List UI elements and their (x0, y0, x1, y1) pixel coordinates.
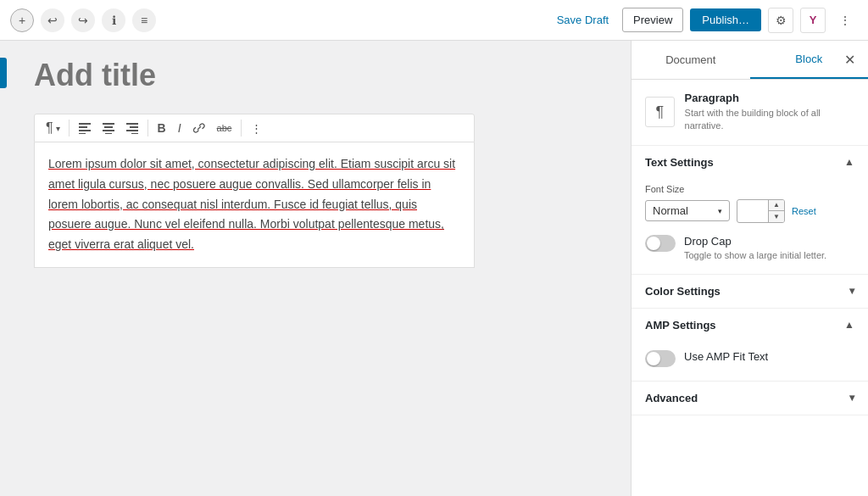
text-settings-content: Font Size Normal ▾ ▲ ▼ Reset (632, 179, 868, 274)
link-button[interactable] (188, 119, 210, 137)
font-size-dropdown-icon: ▾ (718, 207, 722, 215)
text-settings-chevron-up: ▲ (844, 156, 854, 168)
font-size-up[interactable]: ▲ (769, 200, 784, 211)
post-title-input[interactable] (34, 58, 597, 93)
toolbar-separator-1 (69, 120, 70, 137)
top-bar-left: + ↩ ↪ ℹ ≡ (10, 8, 550, 32)
advanced-section: Advanced ▾ (632, 382, 868, 415)
font-size-value: Normal (653, 204, 688, 217)
add-button[interactable]: + (10, 8, 34, 32)
align-left-button[interactable] (74, 119, 96, 137)
bold-button[interactable]: B (153, 118, 171, 138)
font-size-input[interactable] (737, 201, 768, 220)
settings-button[interactable]: ⚙ (768, 8, 793, 33)
redo-button[interactable]: ↪ (71, 8, 95, 32)
font-size-select[interactable]: Normal ▾ (645, 200, 730, 221)
strikethrough-button[interactable]: abc (212, 120, 237, 137)
color-settings-chevron: ▾ (849, 285, 854, 297)
text-settings-section: Text Settings ▲ Font Size Normal ▾ ▲ ▼ (632, 146, 868, 275)
svg-rect-7 (105, 133, 112, 134)
top-bar: + ↩ ↪ ℹ ≡ Save Draft Preview Publish… ⚙ … (0, 0, 868, 41)
amp-settings-content: Use AMP Fit Text (632, 342, 868, 381)
drop-cap-description: Toggle to show a large initial letter. (684, 250, 826, 260)
drop-cap-toggle[interactable] (645, 235, 676, 252)
color-settings-header[interactable]: Color Settings ▾ (632, 275, 868, 308)
block-type-title: Paragraph (685, 92, 854, 104)
block-type-description: Start with the building block of all nar… (685, 107, 854, 133)
amp-fit-text-label: Use AMP Fit Text (684, 350, 768, 363)
drop-cap-row: Drop Cap Toggle to show a large initial … (645, 235, 854, 260)
italic-button[interactable]: I (173, 118, 186, 138)
amp-settings-label: AMP Settings (645, 319, 716, 332)
advanced-header[interactable]: Advanced ▾ (632, 382, 868, 415)
yoast-button[interactable]: Y (800, 8, 826, 33)
amp-settings-section: AMP Settings ▲ Use AMP Fit Text (632, 309, 868, 382)
svg-rect-11 (131, 133, 138, 134)
more-options-button[interactable]: ⋮ (832, 8, 858, 33)
svg-rect-0 (79, 123, 91, 125)
block-type-icon: ¶ (645, 97, 675, 127)
drop-cap-thumb (647, 237, 660, 250)
publish-button[interactable]: Publish… (690, 8, 761, 31)
font-size-down[interactable]: ▼ (769, 211, 784, 222)
amp-fit-text-toggle[interactable] (645, 350, 676, 367)
content-structure-button[interactable]: ≡ (132, 8, 156, 32)
svg-rect-4 (103, 123, 114, 125)
preview-button[interactable]: Preview (622, 8, 683, 32)
paragraph-type-dropdown[interactable]: ¶ ▾ (42, 118, 64, 138)
svg-rect-8 (126, 123, 138, 125)
text-settings-header[interactable]: Text Settings ▲ (632, 146, 868, 179)
block-indicator (0, 58, 7, 88)
amp-fit-text-thumb (647, 352, 660, 365)
reset-font-size-button[interactable]: Reset (792, 206, 816, 216)
align-right-button[interactable] (121, 119, 143, 137)
save-draft-button[interactable]: Save Draft (550, 8, 615, 31)
top-bar-right: Save Draft Preview Publish… ⚙ Y ⋮ (550, 8, 858, 33)
info-button[interactable]: ℹ (102, 8, 125, 32)
paragraph-block: ¶ ▾ (34, 114, 597, 268)
svg-rect-9 (130, 126, 138, 128)
paragraph-text: Lorem ipsum dolor sit amet, consectetur … (48, 154, 460, 255)
svg-rect-6 (103, 130, 114, 131)
font-size-label: Font Size (645, 184, 854, 194)
drop-cap-label: Drop Cap (684, 235, 826, 248)
font-size-arrows: ▲ ▼ (768, 200, 784, 222)
paragraph-content[interactable]: Lorem ipsum dolor sit amet, consectetur … (34, 142, 475, 268)
align-center-button[interactable] (97, 119, 120, 137)
more-toolbar-button[interactable]: ⋮ (246, 119, 267, 138)
block-info-text: Paragraph Start with the building block … (685, 92, 854, 133)
main-content: ¶ ▾ (0, 41, 868, 496)
drop-cap-info: Drop Cap Toggle to show a large initial … (684, 235, 826, 260)
amp-settings-header[interactable]: AMP Settings ▲ (632, 309, 868, 342)
svg-rect-2 (79, 130, 91, 131)
toolbar-separator-2 (147, 120, 148, 137)
advanced-label: Advanced (645, 392, 698, 404)
paragraph-toolbar: ¶ ▾ (34, 114, 475, 142)
editor-area: ¶ ▾ (0, 41, 631, 496)
svg-rect-3 (79, 133, 86, 134)
tab-document[interactable]: Document (632, 42, 750, 78)
amp-fit-text-info: Use AMP Fit Text (684, 350, 768, 365)
advanced-chevron: ▾ (849, 392, 854, 404)
toolbar-separator-3 (241, 120, 242, 137)
sidebar: Document Block ✕ ¶ Paragraph Start with … (631, 41, 868, 496)
text-settings-label: Text Settings (645, 156, 714, 169)
undo-button[interactable]: ↩ (41, 8, 64, 32)
close-sidebar-button[interactable]: ✕ (836, 46, 863, 73)
color-settings-section: Color Settings ▾ (632, 275, 868, 309)
amp-fit-text-row: Use AMP Fit Text (645, 350, 854, 367)
block-info: ¶ Paragraph Start with the building bloc… (632, 80, 868, 146)
color-settings-label: Color Settings (645, 285, 721, 298)
font-size-number-input: ▲ ▼ (737, 199, 785, 223)
svg-rect-5 (104, 126, 113, 128)
sidebar-header: Document Block ✕ (632, 41, 868, 80)
svg-rect-10 (126, 130, 138, 131)
svg-rect-1 (79, 126, 87, 128)
amp-settings-chevron: ▲ (844, 319, 854, 331)
